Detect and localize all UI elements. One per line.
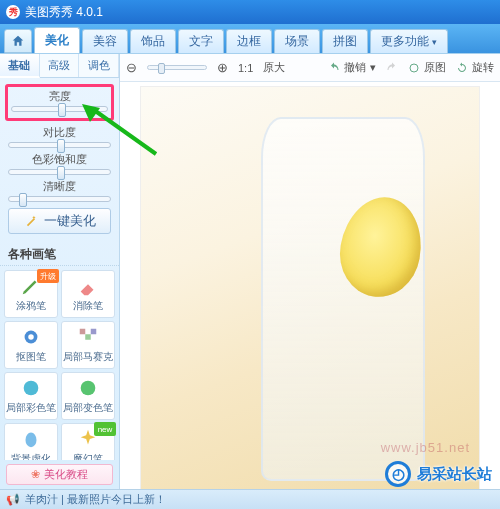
speaker-icon: 📢 xyxy=(6,493,20,506)
brush-section-header: 各种画笔 xyxy=(0,242,119,266)
redo-icon xyxy=(386,62,398,74)
edited-image xyxy=(140,86,480,489)
app-logo-icon: 秀 xyxy=(6,5,20,19)
brush-grid: 升级 涂鸦笔 消除笔 抠图笔 局部马赛克 局部彩色笔 局 xyxy=(0,266,119,460)
beautify-tutorial-button[interactable]: ❀ 美化教程 xyxy=(6,464,113,485)
subtab-basic[interactable]: 基础 xyxy=(0,54,40,78)
undo-button[interactable]: 撤销▾ xyxy=(328,60,376,75)
slider-brightness[interactable]: 亮度 xyxy=(5,84,114,121)
badge-upgrade-icon: 升级 xyxy=(37,269,59,283)
zoom-out-icon[interactable]: ⊖ xyxy=(126,60,137,75)
status-text: 羊肉汁 | 最新照片今日上新！ xyxy=(25,492,166,507)
svg-rect-3 xyxy=(85,334,91,340)
tab-beautify[interactable]: 美化 xyxy=(34,27,80,53)
svg-rect-4 xyxy=(91,329,97,335)
svg-point-1 xyxy=(28,334,34,340)
brush-doodle[interactable]: 升级 涂鸦笔 xyxy=(4,270,58,318)
brush-bg-blur[interactable]: 背景虚化 xyxy=(4,423,58,460)
mosaic-icon xyxy=(77,326,99,348)
brush-mosaic[interactable]: 局部马赛克 xyxy=(61,321,115,369)
svg-point-6 xyxy=(81,381,96,396)
slider-contrast[interactable]: 对比度 xyxy=(8,125,111,148)
brush-eraser[interactable]: 消除笔 xyxy=(61,270,115,318)
svg-rect-2 xyxy=(80,329,86,335)
zoom-slider[interactable] xyxy=(147,65,207,70)
rotate-button[interactable]: 旋转 xyxy=(456,60,494,75)
app-title: 美图秀秀 4.0.1 xyxy=(25,4,103,21)
tab-text[interactable]: 文字 xyxy=(178,29,224,53)
one-key-beautify-button[interactable]: 一键美化 xyxy=(8,208,111,234)
slider-contrast-thumb[interactable] xyxy=(57,139,65,153)
sub-tab-bar: 基础 高级 调色 xyxy=(0,54,119,78)
sidebar: 基础 高级 调色 亮度 对比度 色彩饱和度 清晰度 xyxy=(0,54,120,489)
slider-brightness-label: 亮度 xyxy=(11,89,108,104)
svg-point-5 xyxy=(24,381,39,396)
tab-accessory[interactable]: 饰品 xyxy=(130,29,176,53)
brush-cutout[interactable]: 抠图笔 xyxy=(4,321,58,369)
home-button[interactable] xyxy=(4,29,32,53)
slider-sharpness-track[interactable] xyxy=(8,196,111,202)
brush-color-pen[interactable]: 局部彩色笔 xyxy=(4,372,58,420)
zoom-in-icon[interactable]: ⊕ xyxy=(217,60,228,75)
wand-icon xyxy=(24,214,38,228)
url-watermark: www.jb51.net xyxy=(381,440,470,455)
slider-brightness-track[interactable] xyxy=(11,106,108,112)
site-watermark: ◴ 易采站长站 xyxy=(385,461,492,487)
tab-scene[interactable]: 场景 xyxy=(274,29,320,53)
brush-magic-pen[interactable]: new 魔幻笔 xyxy=(61,423,115,460)
canvas-toolbar: ⊖ ⊕ 1:1 原大 撤销▾ 原图 旋转 xyxy=(120,54,500,82)
slider-sharpness-thumb[interactable] xyxy=(19,193,27,207)
undo-icon xyxy=(328,62,340,74)
recolor-pen-icon xyxy=(77,377,99,399)
original-icon xyxy=(408,62,420,74)
status-bar: 📢 羊肉汁 | 最新照片今日上新！ xyxy=(0,489,500,509)
zoom-slider-thumb[interactable] xyxy=(158,63,165,74)
redo-button[interactable] xyxy=(386,62,398,74)
slider-saturation-thumb[interactable] xyxy=(57,166,65,180)
main-tab-bar: 美化 美容 饰品 文字 边框 场景 拼图 更多功能 xyxy=(0,24,500,54)
heart-icon: ❀ xyxy=(31,468,40,481)
tab-cosmetic[interactable]: 美容 xyxy=(82,29,128,53)
watermark-logo-icon: ◴ xyxy=(385,461,411,487)
canvas-area: ⊖ ⊕ 1:1 原大 撤销▾ 原图 旋转 xyxy=(120,54,500,489)
slider-sharpness[interactable]: 清晰度 xyxy=(8,179,111,202)
home-icon xyxy=(11,34,25,48)
image-canvas[interactable] xyxy=(120,82,500,489)
zoom-ratio[interactable]: 1:1 xyxy=(238,62,253,74)
slider-brightness-thumb[interactable] xyxy=(58,103,66,117)
rotate-icon xyxy=(456,62,468,74)
slider-contrast-track[interactable] xyxy=(8,142,111,148)
slider-saturation-track[interactable] xyxy=(8,169,111,175)
tab-collage[interactable]: 拼图 xyxy=(322,29,368,53)
slider-sharpness-label: 清晰度 xyxy=(8,179,111,194)
slider-panel: 亮度 对比度 色彩饱和度 清晰度 一键美化 xyxy=(0,78,119,242)
tab-frame[interactable]: 边框 xyxy=(226,29,272,53)
slider-saturation-label: 色彩饱和度 xyxy=(8,152,111,167)
original-image-button[interactable]: 原图 xyxy=(408,60,446,75)
eraser-icon xyxy=(77,275,99,297)
subtab-tone[interactable]: 调色 xyxy=(79,54,119,77)
cutout-icon xyxy=(20,326,42,348)
title-bar: 秀 美图秀秀 4.0.1 xyxy=(0,0,500,24)
color-pen-icon xyxy=(20,377,42,399)
brush-recolor-pen[interactable]: 局部变色笔 xyxy=(61,372,115,420)
subtab-advanced[interactable]: 高级 xyxy=(40,54,80,77)
slider-contrast-label: 对比度 xyxy=(8,125,111,140)
badge-new-icon: new xyxy=(94,422,116,436)
tab-more[interactable]: 更多功能 xyxy=(370,29,448,53)
blur-icon xyxy=(20,428,42,450)
zoom-original-label[interactable]: 原大 xyxy=(263,60,285,75)
svg-point-8 xyxy=(410,64,418,72)
slider-saturation[interactable]: 色彩饱和度 xyxy=(8,152,111,175)
svg-point-7 xyxy=(26,433,37,448)
